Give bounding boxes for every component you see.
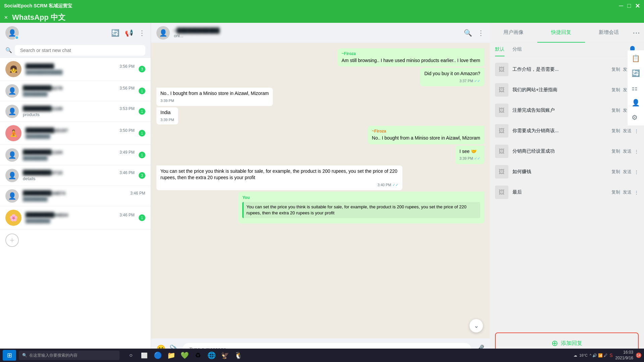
quick-reply-text: 如何赚钱: [512, 169, 607, 175]
message-bubble: You can set the price you think is suita…: [156, 165, 402, 191]
send-button[interactable]: 发送: [623, 128, 632, 134]
refresh-icon[interactable]: 🔄: [111, 29, 119, 37]
chat-avatar: 👧: [5, 61, 21, 77]
list-item[interactable]: 👤 ████████2109 3:53 PM products 1: [0, 101, 151, 122]
quick-reply-actions: 复制 发送 ⋮: [611, 148, 639, 154]
person-icon[interactable]: 👤: [632, 99, 640, 107]
subtab-default[interactable]: 默认: [495, 43, 504, 56]
copy-button[interactable]: 复制: [611, 169, 620, 175]
search-chat-icon[interactable]: 🔍: [464, 29, 472, 37]
taskbar-app-browser2[interactable]: 🦅: [219, 350, 231, 361]
message-time: 3:39 PM ✓✓: [459, 156, 480, 161]
maximize-btn[interactable]: □: [627, 2, 631, 10]
taskbar-app-bird[interactable]: 🐧: [232, 350, 244, 361]
list-item[interactable]: 👤 ████████34874 3:46 PM ████████: [0, 186, 151, 206]
taskbar-app-edge[interactable]: 🔵: [152, 350, 164, 361]
taskbar-app-explorer[interactable]: 📁: [165, 350, 177, 361]
more-icon[interactable]: ⋮: [634, 190, 639, 195]
chat-list: 👧 ████████ 3:56 PM ████████████ 3 👤 ████…: [0, 58, 151, 359]
sync-icon[interactable]: 🔄: [632, 69, 640, 77]
chat-avatar: 🌸: [5, 210, 21, 226]
message-bubble: I see 🤝 3:39 PM ✓✓: [455, 146, 484, 164]
taskbar-search[interactable]: 🔍 在这里输入你要搜索的内容: [19, 351, 119, 360]
user-avatar[interactable]: 👤: [5, 26, 19, 40]
list-item[interactable]: 👤 ████████5278 3:56 PM ████████ 1: [0, 81, 151, 101]
more-icon[interactable]: ⋮: [634, 128, 639, 134]
add-chat-row: +: [0, 229, 151, 251]
add-chat-button[interactable]: +: [5, 234, 19, 247]
list-item[interactable]: 🧘 ████████20197 3:50 PM ████████ 1: [0, 122, 151, 145]
message-bubble: No.. I bought from a Miniso store in Aiz…: [156, 88, 273, 106]
quick-reply-thumbnail: 🖼: [495, 63, 508, 76]
scroll-down-button[interactable]: ⌄: [469, 319, 483, 332]
send-button[interactable]: 发送: [623, 189, 632, 195]
contacts-icon[interactable]: 📋: [632, 57, 640, 62]
close-btn[interactable]: ✕: [635, 2, 640, 10]
copy-button[interactable]: 复制: [611, 87, 620, 93]
search-input[interactable]: [15, 45, 145, 56]
read-ticks: ✓✓: [474, 79, 480, 83]
list-item[interactable]: 👤 ████████1104 3:49 PM ████████ 1: [0, 145, 151, 165]
notification-badge[interactable]: 14: [636, 353, 641, 358]
quick-reply-actions: 复制 发送 ⋮: [611, 169, 639, 175]
start-button[interactable]: ⊞: [3, 350, 16, 361]
taskbar-search-placeholder: 在这里输入你要搜索的内容: [29, 353, 78, 358]
windows-icon: ⊞: [7, 352, 12, 359]
chat-preview: ████████████: [26, 70, 135, 75]
scrm-icon[interactable]: S: [609, 353, 612, 358]
unread-badge: 3: [139, 172, 145, 179]
chat-preview: ████████: [23, 156, 135, 161]
chat-time: 3:56 PM: [119, 86, 135, 91]
read-ticks: ✓✓: [392, 183, 398, 187]
app-body: 👤 🔄 📢 ⋮ 🔍 👧 ████████: [0, 23, 644, 359]
tab-quick-reply[interactable]: 快捷回复: [537, 23, 585, 43]
online-indicator: [15, 36, 19, 40]
chat-menu-icon[interactable]: ⋮: [478, 29, 484, 37]
settings-icon[interactable]: ⚙: [632, 113, 640, 121]
message-bubble: ~Firoza Am still browsing.. I have used …: [338, 48, 484, 66]
send-button[interactable]: 发送: [623, 148, 632, 154]
quick-reply-text: 分销商已经设置成功: [512, 148, 607, 154]
unread-badge: 1: [139, 88, 145, 94]
minimize-btn[interactable]: ─: [619, 2, 623, 10]
copy-button[interactable]: 复制: [611, 128, 620, 134]
close-icon[interactable]: ✕: [4, 15, 8, 20]
taskbar-clock: 16:03 2021/9/16: [615, 350, 633, 361]
send-button[interactable]: 发送: [623, 169, 632, 175]
taskbar-app-recycle[interactable]: ♻: [192, 350, 204, 361]
whatsapp-title: WhatsApp 中文: [12, 12, 65, 22]
more-icon[interactable]: ⋮: [634, 149, 639, 154]
unread-badge: 1: [139, 214, 145, 221]
list-item[interactable]: 🌸 ████████94834 3:46 PM ████████ 1: [0, 206, 151, 229]
taskbar-app-wechat[interactable]: 💚: [179, 350, 191, 361]
quoted-message: You can set the price you think is suita…: [242, 202, 480, 218]
featured-chat[interactable]: 👧 ████████ 3:56 PM ████████████ 3: [0, 58, 151, 81]
app-title: SocialEpoch SCRM 私域运营宝: [4, 3, 72, 9]
more-icon[interactable]: ⋮: [634, 169, 639, 174]
taskbar-app-browser1[interactable]: 🌐: [205, 350, 217, 361]
message-text: Am still browsing.. I have used miniso p…: [342, 57, 480, 64]
copy-button[interactable]: 复制: [611, 148, 620, 154]
copy-button[interactable]: 复制: [611, 189, 620, 195]
plus-icon: ⊕: [551, 339, 558, 348]
chat-preview: ████████: [26, 218, 135, 223]
more-options-icon[interactable]: ⋯: [633, 29, 644, 37]
apps-icon[interactable]: ⚏: [632, 84, 640, 92]
subtab-group[interactable]: 分组: [512, 43, 522, 56]
tab-user-profile[interactable]: 用户画像: [490, 23, 537, 43]
quick-reply-text: 我们的网站+注册指南: [512, 87, 607, 93]
chat-info: ████████34874 3:46 PM ████████: [23, 190, 145, 202]
taskbar-app-taskview[interactable]: ⬜: [138, 350, 150, 361]
tab-new-chat[interactable]: 新增会话: [585, 23, 633, 43]
chat-header: 👤 +████████████ oni... 🔍 ⋮: [151, 23, 490, 43]
quick-reply-text: 注册完成告知我账户: [512, 107, 607, 113]
broadcast-icon[interactable]: 📢: [125, 29, 133, 37]
list-item[interactable]: 👤 ████████3715 3:46 PM details 3: [0, 165, 151, 186]
copy-button[interactable]: 复制: [611, 66, 620, 72]
weather-icon: ☁: [574, 353, 577, 358]
taskbar-app-cortana[interactable]: ○: [125, 350, 137, 361]
chat-name: ████████2109: [23, 106, 62, 111]
quick-reply-thumbnail: 🖼: [495, 145, 508, 158]
copy-button[interactable]: 复制: [611, 107, 620, 113]
menu-icon[interactable]: ⋮: [139, 29, 145, 37]
